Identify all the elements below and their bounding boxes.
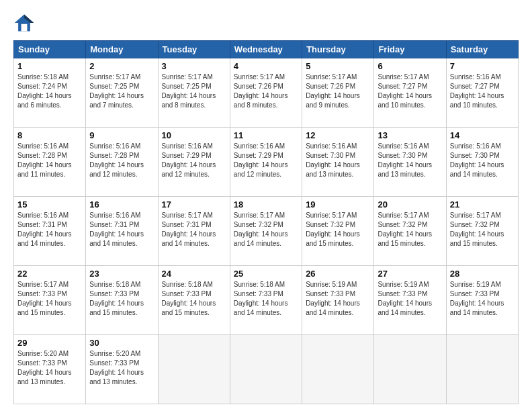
header-thursday: Thursday [302, 41, 374, 58]
calendar-cell: 16 Sunrise: 5:16 AMSunset: 7:31 PMDaylig… [86, 197, 158, 266]
day-info: Sunrise: 5:18 AMSunset: 7:24 PMDaylight:… [17, 73, 72, 109]
calendar-cell: 2 Sunrise: 5:17 AMSunset: 7:25 PMDayligh… [86, 58, 158, 128]
calendar-cell [158, 335, 230, 404]
header-friday: Friday [374, 41, 446, 58]
day-number: 17 [162, 199, 226, 210]
day-info: Sunrise: 5:16 AMSunset: 7:29 PMDaylight:… [162, 142, 216, 178]
calendar-cell: 8 Sunrise: 5:16 AMSunset: 7:28 PMDayligh… [14, 128, 86, 197]
calendar-cell: 5 Sunrise: 5:17 AMSunset: 7:26 PMDayligh… [302, 58, 374, 128]
week-row-1: 1 Sunrise: 5:18 AMSunset: 7:24 PMDayligh… [14, 58, 519, 128]
day-info: Sunrise: 5:17 AMSunset: 7:26 PMDaylight:… [306, 73, 360, 109]
day-info: Sunrise: 5:17 AMSunset: 7:32 PMDaylight:… [378, 212, 432, 247]
calendar-cell: 1 Sunrise: 5:18 AMSunset: 7:24 PMDayligh… [14, 58, 86, 128]
calendar-cell: 24 Sunrise: 5:18 AMSunset: 7:33 PMDaylig… [158, 266, 230, 335]
calendar-cell: 18 Sunrise: 5:17 AMSunset: 7:32 PMDaylig… [230, 197, 302, 266]
day-number: 11 [234, 130, 298, 140]
day-info: Sunrise: 5:16 AMSunset: 7:30 PMDaylight:… [306, 142, 360, 178]
calendar-cell [230, 335, 302, 404]
day-number: 18 [234, 199, 298, 210]
calendar-cell: 21 Sunrise: 5:17 AMSunset: 7:32 PMDaylig… [446, 197, 518, 266]
calendar-cell [446, 335, 518, 404]
day-number: 8 [17, 130, 82, 140]
calendar-cell: 29 Sunrise: 5:20 AMSunset: 7:33 PMDaylig… [14, 335, 86, 404]
day-number: 13 [378, 130, 442, 140]
day-number: 4 [234, 61, 298, 71]
calendar-cell: 15 Sunrise: 5:16 AMSunset: 7:31 PMDaylig… [14, 197, 86, 266]
calendar-cell [302, 335, 374, 404]
header-tuesday: Tuesday [158, 41, 230, 58]
day-number: 26 [306, 269, 370, 279]
day-info: Sunrise: 5:20 AMSunset: 7:33 PMDaylight:… [89, 350, 144, 385]
day-number: 7 [450, 61, 515, 71]
calendar-cell: 13 Sunrise: 5:16 AMSunset: 7:30 PMDaylig… [374, 128, 446, 197]
calendar-cell: 11 Sunrise: 5:16 AMSunset: 7:29 PMDaylig… [230, 128, 302, 197]
day-number: 22 [17, 269, 82, 279]
week-row-4: 22 Sunrise: 5:17 AMSunset: 7:33 PMDaylig… [14, 266, 519, 335]
week-row-2: 8 Sunrise: 5:16 AMSunset: 7:28 PMDayligh… [14, 128, 519, 197]
calendar-cell: 14 Sunrise: 5:16 AMSunset: 7:30 PMDaylig… [446, 128, 518, 197]
calendar-cell: 17 Sunrise: 5:17 AMSunset: 7:31 PMDaylig… [158, 197, 230, 266]
day-number: 25 [234, 269, 298, 279]
day-number: 9 [89, 130, 154, 140]
day-info: Sunrise: 5:19 AMSunset: 7:33 PMDaylight:… [450, 281, 504, 316]
logo [13, 12, 38, 34]
day-info: Sunrise: 5:19 AMSunset: 7:33 PMDaylight:… [378, 281, 432, 316]
calendar-cell: 25 Sunrise: 5:18 AMSunset: 7:33 PMDaylig… [230, 266, 302, 335]
day-number: 29 [17, 338, 82, 348]
calendar-cell: 23 Sunrise: 5:18 AMSunset: 7:33 PMDaylig… [86, 266, 158, 335]
day-number: 27 [378, 269, 442, 279]
calendar-table: SundayMondayTuesdayWednesdayThursdayFrid… [13, 40, 519, 404]
day-number: 1 [17, 61, 82, 71]
day-number: 24 [162, 269, 226, 279]
day-number: 16 [89, 199, 154, 210]
day-number: 15 [17, 199, 82, 210]
day-number: 6 [378, 61, 442, 71]
day-info: Sunrise: 5:18 AMSunset: 7:33 PMDaylight:… [89, 281, 144, 316]
day-info: Sunrise: 5:17 AMSunset: 7:31 PMDaylight:… [162, 212, 216, 247]
day-number: 3 [162, 61, 226, 71]
calendar-cell: 28 Sunrise: 5:19 AMSunset: 7:33 PMDaylig… [446, 266, 518, 335]
day-info: Sunrise: 5:18 AMSunset: 7:33 PMDaylight:… [162, 281, 216, 316]
day-info: Sunrise: 5:18 AMSunset: 7:33 PMDaylight:… [234, 281, 288, 316]
week-row-3: 15 Sunrise: 5:16 AMSunset: 7:31 PMDaylig… [14, 197, 519, 266]
day-info: Sunrise: 5:17 AMSunset: 7:32 PMDaylight:… [306, 212, 360, 247]
svg-rect-2 [21, 24, 28, 32]
day-number: 21 [450, 199, 515, 210]
calendar-cell: 3 Sunrise: 5:17 AMSunset: 7:25 PMDayligh… [158, 58, 230, 128]
calendar-cell: 26 Sunrise: 5:19 AMSunset: 7:33 PMDaylig… [302, 266, 374, 335]
calendar-cell: 19 Sunrise: 5:17 AMSunset: 7:32 PMDaylig… [302, 197, 374, 266]
day-number: 14 [450, 130, 515, 140]
day-info: Sunrise: 5:20 AMSunset: 7:33 PMDaylight:… [17, 350, 72, 385]
header-saturday: Saturday [446, 41, 518, 58]
day-number: 2 [89, 61, 154, 71]
day-number: 12 [306, 130, 370, 140]
day-info: Sunrise: 5:16 AMSunset: 7:28 PMDaylight:… [17, 142, 72, 178]
calendar-cell: 22 Sunrise: 5:17 AMSunset: 7:33 PMDaylig… [14, 266, 86, 335]
day-number: 30 [89, 338, 154, 348]
day-number: 28 [450, 269, 515, 279]
day-info: Sunrise: 5:19 AMSunset: 7:33 PMDaylight:… [306, 281, 360, 316]
calendar-cell: 12 Sunrise: 5:16 AMSunset: 7:30 PMDaylig… [302, 128, 374, 197]
day-info: Sunrise: 5:17 AMSunset: 7:32 PMDaylight:… [450, 212, 504, 247]
header [13, 12, 519, 34]
logo-icon [13, 12, 35, 34]
day-info: Sunrise: 5:17 AMSunset: 7:27 PMDaylight:… [378, 73, 432, 109]
day-info: Sunrise: 5:16 AMSunset: 7:27 PMDaylight:… [450, 73, 504, 109]
day-number: 10 [162, 130, 226, 140]
header-monday: Monday [86, 41, 158, 58]
day-info: Sunrise: 5:17 AMSunset: 7:33 PMDaylight:… [17, 281, 72, 316]
header-wednesday: Wednesday [230, 41, 302, 58]
calendar-cell: 9 Sunrise: 5:16 AMSunset: 7:28 PMDayligh… [86, 128, 158, 197]
calendar-cell: 20 Sunrise: 5:17 AMSunset: 7:32 PMDaylig… [374, 197, 446, 266]
day-info: Sunrise: 5:16 AMSunset: 7:30 PMDaylight:… [378, 142, 432, 178]
day-info: Sunrise: 5:16 AMSunset: 7:31 PMDaylight:… [89, 212, 144, 247]
calendar-cell: 7 Sunrise: 5:16 AMSunset: 7:27 PMDayligh… [446, 58, 518, 128]
calendar-cell: 27 Sunrise: 5:19 AMSunset: 7:33 PMDaylig… [374, 266, 446, 335]
day-number: 20 [378, 199, 442, 210]
header-sunday: Sunday [14, 41, 86, 58]
calendar-cell: 4 Sunrise: 5:17 AMSunset: 7:26 PMDayligh… [230, 58, 302, 128]
day-info: Sunrise: 5:17 AMSunset: 7:25 PMDaylight:… [162, 73, 216, 109]
day-number: 19 [306, 199, 370, 210]
day-info: Sunrise: 5:16 AMSunset: 7:28 PMDaylight:… [89, 142, 144, 178]
calendar-header-row: SundayMondayTuesdayWednesdayThursdayFrid… [14, 41, 519, 58]
